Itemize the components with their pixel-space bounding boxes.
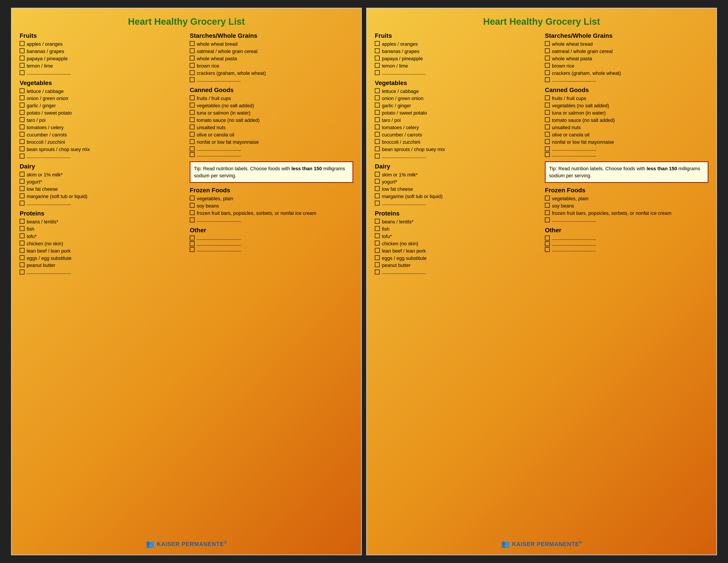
checkbox-icon[interactable] (190, 203, 195, 208)
checkbox-icon[interactable] (375, 117, 380, 122)
checkbox-icon[interactable] (375, 193, 380, 198)
checkbox-icon[interactable] (545, 95, 550, 100)
checkbox-icon[interactable] (190, 117, 195, 122)
checkbox-icon[interactable] (190, 63, 195, 68)
checkbox-icon[interactable] (190, 70, 195, 75)
checkbox-icon[interactable] (545, 139, 550, 144)
checkbox-icon[interactable] (190, 241, 195, 246)
checkbox-icon[interactable] (375, 172, 380, 177)
checkbox-icon[interactable] (545, 117, 550, 122)
checkbox-icon[interactable] (20, 41, 24, 46)
checkbox-icon[interactable] (375, 179, 380, 184)
checkbox-icon[interactable] (20, 103, 24, 107)
checkbox-icon[interactable] (190, 146, 195, 151)
checkbox-icon[interactable] (20, 88, 24, 93)
checkbox-icon[interactable] (545, 110, 550, 115)
checkbox-icon[interactable] (545, 70, 550, 75)
checkbox-icon[interactable] (545, 63, 550, 68)
checkbox-icon[interactable] (190, 139, 195, 144)
checkbox-icon[interactable] (375, 241, 380, 245)
checkbox-icon[interactable] (190, 56, 195, 60)
checkbox-icon[interactable] (20, 269, 24, 274)
checkbox-icon[interactable] (375, 56, 380, 60)
checkbox-icon[interactable] (20, 117, 24, 122)
checkbox-icon[interactable] (20, 233, 24, 238)
checkbox-icon[interactable] (190, 195, 195, 200)
checkbox-icon[interactable] (375, 41, 380, 46)
checkbox-icon[interactable] (190, 124, 195, 129)
checkbox-icon[interactable] (20, 70, 24, 75)
checkbox-icon[interactable] (20, 193, 24, 198)
checkbox-icon[interactable] (190, 210, 195, 215)
checkbox-icon[interactable] (375, 88, 380, 93)
checkbox-icon[interactable] (20, 110, 24, 115)
checkbox-icon[interactable] (20, 95, 24, 100)
checkbox-icon[interactable] (375, 139, 380, 144)
checkbox-icon[interactable] (20, 63, 24, 68)
checkbox-icon[interactable] (20, 124, 24, 129)
checkbox-icon[interactable] (20, 248, 24, 253)
checkbox-icon[interactable] (545, 247, 550, 252)
checkbox-icon[interactable] (20, 186, 24, 191)
checkbox-icon[interactable] (20, 132, 24, 137)
checkbox-icon[interactable] (190, 132, 195, 137)
checkbox-icon[interactable] (545, 210, 550, 215)
checkbox-icon[interactable] (20, 56, 24, 60)
checkbox-icon[interactable] (375, 219, 380, 224)
checkbox-icon[interactable] (545, 77, 550, 82)
checkbox-icon[interactable] (545, 56, 550, 60)
checkbox-icon[interactable] (20, 219, 24, 224)
checkbox-icon[interactable] (20, 179, 24, 184)
checkbox-icon[interactable] (545, 195, 550, 200)
checkbox-icon[interactable] (20, 255, 24, 260)
checkbox-icon[interactable] (375, 201, 380, 205)
checkbox-icon[interactable] (545, 146, 550, 151)
checkbox-icon[interactable] (20, 172, 24, 177)
checkbox-icon[interactable] (545, 241, 550, 246)
checkbox-icon[interactable] (20, 48, 24, 53)
checkbox-icon[interactable] (20, 241, 24, 245)
checkbox-icon[interactable] (190, 217, 195, 222)
checkbox-icon[interactable] (190, 77, 195, 82)
checkbox-icon[interactable] (375, 146, 380, 151)
checkbox-icon[interactable] (190, 48, 195, 53)
checkbox-icon[interactable] (545, 152, 550, 157)
checkbox-icon[interactable] (375, 248, 380, 253)
checkbox-icon[interactable] (545, 48, 550, 53)
checkbox-icon[interactable] (20, 146, 24, 151)
checkbox-icon[interactable] (375, 186, 380, 191)
checkbox-icon[interactable] (545, 217, 550, 222)
checkbox-icon[interactable] (375, 132, 380, 137)
checkbox-icon[interactable] (20, 139, 24, 144)
checkbox-icon[interactable] (375, 63, 380, 68)
checkbox-icon[interactable] (545, 103, 550, 107)
checkbox-icon[interactable] (375, 70, 380, 75)
checkbox-icon[interactable] (375, 255, 380, 260)
checkbox-icon[interactable] (375, 154, 380, 158)
checkbox-icon[interactable] (375, 124, 380, 129)
checkbox-icon[interactable] (190, 103, 195, 107)
checkbox-icon[interactable] (375, 226, 380, 231)
checkbox-icon[interactable] (190, 95, 195, 100)
checkbox-icon[interactable] (20, 201, 24, 205)
checkbox-icon[interactable] (190, 152, 195, 157)
checkbox-icon[interactable] (545, 203, 550, 208)
checkbox-icon[interactable] (190, 41, 195, 46)
checkbox-icon[interactable] (190, 247, 195, 252)
checkbox-icon[interactable] (20, 226, 24, 231)
checkbox-icon[interactable] (545, 235, 550, 240)
checkbox-icon[interactable] (20, 154, 24, 158)
checkbox-icon[interactable] (375, 95, 380, 100)
checkbox-icon[interactable] (375, 269, 380, 274)
checkbox-icon[interactable] (545, 41, 550, 46)
checkbox-icon[interactable] (375, 262, 380, 267)
checkbox-icon[interactable] (190, 110, 195, 115)
checkbox-icon[interactable] (375, 110, 380, 115)
checkbox-icon[interactable] (375, 48, 380, 53)
checkbox-icon[interactable] (375, 233, 380, 238)
checkbox-icon[interactable] (545, 132, 550, 137)
checkbox-icon[interactable] (545, 124, 550, 129)
checkbox-icon[interactable] (190, 235, 195, 240)
checkbox-icon[interactable] (20, 262, 24, 267)
checkbox-icon[interactable] (375, 103, 380, 107)
